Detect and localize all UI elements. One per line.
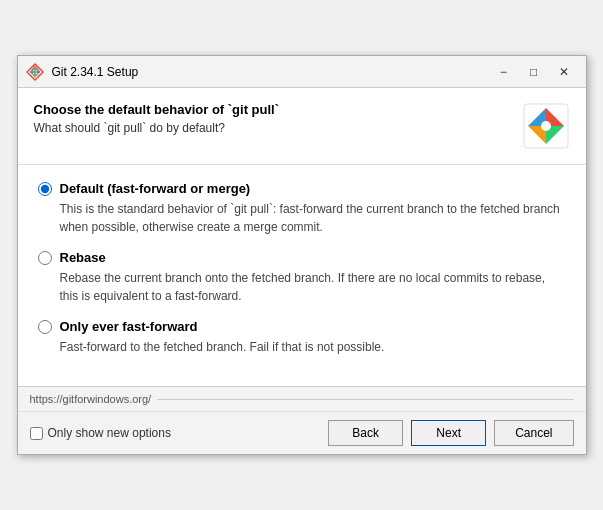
option-rebase-title: Rebase [60, 250, 106, 265]
maximize-button[interactable]: □ [520, 61, 548, 83]
option-default-label[interactable]: Default (fast-forward or merge) [38, 181, 566, 196]
svg-rect-5 [34, 67, 36, 77]
title-bar: Git 2.34.1 Setup − □ ✕ [18, 56, 586, 88]
button-row: Only show new options Back Next Cancel [18, 412, 586, 454]
minimize-button[interactable]: − [490, 61, 518, 83]
url-divider [157, 399, 573, 400]
checkbox-label[interactable]: Only show new options [30, 426, 321, 440]
option-default-radio[interactable] [38, 182, 52, 196]
svg-point-12 [541, 121, 551, 131]
git-logo-large [522, 102, 570, 150]
back-button[interactable]: Back [328, 420, 403, 446]
next-button[interactable]: Next [411, 420, 486, 446]
option-rebase-desc: Rebase the current branch onto the fetch… [60, 269, 566, 305]
radio-group: Default (fast-forward or merge) This is … [38, 181, 566, 370]
option-ff: Only ever fast-forward Fast-forward to t… [38, 319, 566, 356]
header-title: Choose the default behavior of `git pull… [34, 102, 280, 117]
show-new-options-checkbox[interactable] [30, 427, 43, 440]
footer-section: https://gitforwindows.org/ Only show new… [18, 386, 586, 454]
title-bar-left: Git 2.34.1 Setup [26, 63, 139, 81]
title-controls: − □ ✕ [490, 61, 578, 83]
option-default-title: Default (fast-forward or merge) [60, 181, 251, 196]
option-rebase: Rebase Rebase the current branch onto th… [38, 250, 566, 305]
option-default-desc: This is the standard behavior of `git pu… [60, 200, 566, 236]
option-rebase-label[interactable]: Rebase [38, 250, 566, 265]
url-bar: https://gitforwindows.org/ [18, 387, 586, 412]
header-text: Choose the default behavior of `git pull… [34, 102, 280, 135]
window-title: Git 2.34.1 Setup [52, 65, 139, 79]
option-ff-title: Only ever fast-forward [60, 319, 198, 334]
app-icon [26, 63, 44, 81]
content-section: Default (fast-forward or merge) This is … [18, 165, 586, 386]
option-ff-desc: Fast-forward to the fetched branch. Fail… [60, 338, 566, 356]
option-ff-label[interactable]: Only ever fast-forward [38, 319, 566, 334]
footer-url: https://gitforwindows.org/ [30, 393, 152, 405]
header-section: Choose the default behavior of `git pull… [18, 88, 586, 165]
option-default: Default (fast-forward or merge) This is … [38, 181, 566, 236]
header-subtitle: What should `git pull` do by default? [34, 121, 280, 135]
checkbox-text: Only show new options [48, 426, 171, 440]
setup-window: Git 2.34.1 Setup − □ ✕ Choose the defaul… [17, 55, 587, 455]
cancel-button[interactable]: Cancel [494, 420, 573, 446]
close-button[interactable]: ✕ [550, 61, 578, 83]
option-rebase-radio[interactable] [38, 251, 52, 265]
option-ff-radio[interactable] [38, 320, 52, 334]
